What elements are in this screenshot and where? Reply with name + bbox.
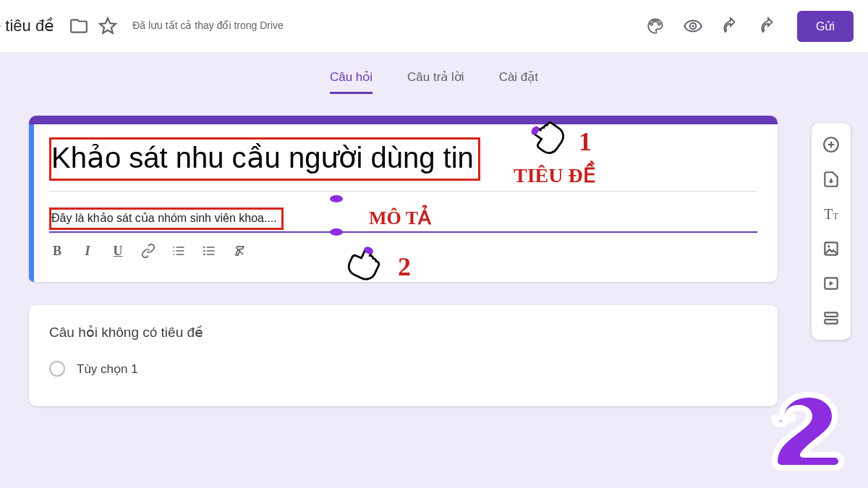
form-description-highlight: Đây là khảo sát của nhóm sinh viên khoa.… <box>49 207 284 230</box>
bullet-list-button[interactable] <box>201 243 217 259</box>
question-card[interactable]: Câu hỏi không có tiêu đề Tùy chọn 1 <box>29 305 778 406</box>
side-toolbar: TT <box>812 123 851 340</box>
title-underline <box>49 191 757 192</box>
tab-responses[interactable]: Câu trả lời <box>407 69 464 94</box>
option-label[interactable]: Tùy chọn 1 <box>77 361 138 377</box>
svg-point-1 <box>203 247 205 249</box>
watermark-2-icon <box>760 385 854 479</box>
annotation-number-2: 2 <box>398 252 411 282</box>
numbered-list-button[interactable] <box>171 243 187 259</box>
folder-icon[interactable] <box>69 16 89 36</box>
italic-button[interactable]: I <box>80 243 95 259</box>
theme-icon[interactable] <box>645 16 665 36</box>
cursor-blob-icon <box>330 228 343 236</box>
star-icon[interactable] <box>98 16 118 36</box>
cursor-blob-icon <box>330 195 343 202</box>
svg-point-2 <box>203 250 205 252</box>
tab-settings[interactable]: Cài đặt <box>499 69 538 94</box>
link-button[interactable] <box>140 243 156 259</box>
document-title[interactable]: có tiêu đề <box>0 17 54 35</box>
redo-icon[interactable] <box>758 16 778 36</box>
add-section-button[interactable] <box>815 302 847 334</box>
add-title-button[interactable]: TT <box>815 198 847 230</box>
tab-questions[interactable]: Câu hỏi <box>330 69 373 94</box>
question-title[interactable]: Câu hỏi không có tiêu đề <box>49 324 757 341</box>
underline-button[interactable]: U <box>110 243 126 259</box>
svg-point-12 <box>786 413 796 423</box>
bold-button[interactable]: B <box>49 243 65 259</box>
annotation-title-label: TIÊU ĐỀ <box>514 163 596 187</box>
add-image-button[interactable] <box>815 233 847 265</box>
header-actions: Gửi <box>637 11 854 42</box>
preview-icon[interactable] <box>683 16 703 36</box>
undo-icon[interactable] <box>720 16 741 36</box>
svg-point-3 <box>203 254 205 256</box>
form-description-input[interactable]: Đây là khảo sát của nhóm sinh viên khoa.… <box>51 211 277 225</box>
add-video-button[interactable] <box>815 267 847 299</box>
add-question-button[interactable] <box>815 129 847 160</box>
svg-point-0 <box>692 25 694 27</box>
annotation-desc-label: MÔ TẢ <box>369 207 431 229</box>
annotation-number-1: 1 <box>579 127 592 157</box>
description-underline <box>49 231 757 233</box>
clear-format-button[interactable] <box>231 243 247 259</box>
app-header: có tiêu đề Đã lưu tất cả thay đổi trong … <box>0 0 868 52</box>
svg-rect-8 <box>825 312 837 316</box>
form-title-input[interactable]: Khảo sát nhu cầu người dùng tin <box>51 141 474 174</box>
radio-icon[interactable] <box>49 361 65 377</box>
svg-point-6 <box>827 245 830 247</box>
form-title-highlight: Khảo sát nhu cầu người dùng tin <box>49 137 480 181</box>
svg-rect-9 <box>825 320 837 323</box>
import-question-button[interactable] <box>815 163 847 195</box>
save-status: Đã lưu tất cả thay đổi trong Drive <box>132 20 284 33</box>
option-row: Tùy chọn 1 <box>49 361 757 377</box>
tabs: Câu hỏi Câu trả lời Cài đặt <box>0 69 868 94</box>
send-button[interactable]: Gửi <box>797 11 854 42</box>
